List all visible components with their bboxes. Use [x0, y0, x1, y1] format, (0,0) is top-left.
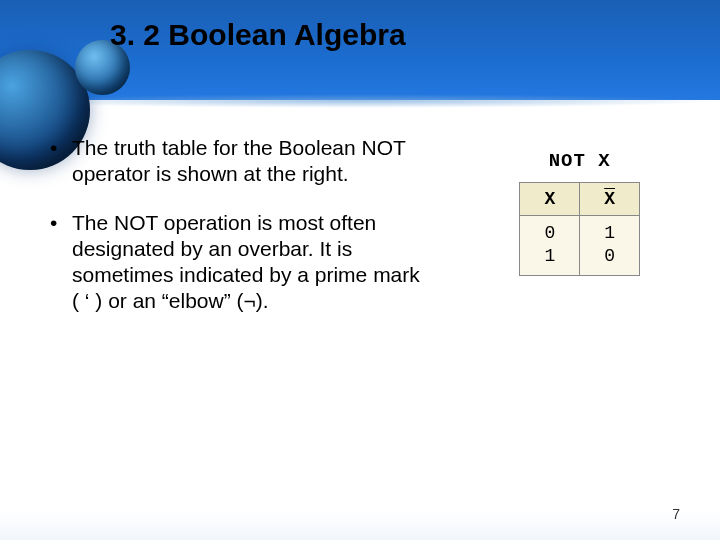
page-number: 7: [672, 506, 680, 522]
truth-table: X X 0 1 1 0: [519, 182, 640, 276]
table-header-row: X X: [520, 183, 640, 216]
slide-title: 3. 2 Boolean Algebra: [110, 18, 406, 52]
bottom-gradient: [0, 510, 720, 540]
cell-xbar-values: 1 0: [580, 216, 640, 276]
cell-value: 0: [604, 246, 615, 266]
bullet-dot-icon: •: [50, 135, 72, 188]
bullet-text: The truth table for the Boolean NOT oper…: [72, 135, 420, 188]
bullet-item: • The NOT operation is most often design…: [50, 210, 420, 315]
caption-variable: X: [598, 150, 610, 172]
cell-value: 0: [544, 223, 555, 243]
bullet-item: • The truth table for the Boolean NOT op…: [50, 135, 420, 188]
caption-prefix: NOT: [549, 150, 586, 172]
bullet-text: The NOT operation is most often designat…: [72, 210, 420, 315]
bullet-dot-icon: •: [50, 210, 72, 315]
header-x-bar: X: [580, 183, 640, 216]
cell-x-values: 0 1: [520, 216, 580, 276]
bullet-list: • The truth table for the Boolean NOT op…: [50, 135, 420, 315]
table-data-row: 0 1 1 0: [520, 216, 640, 276]
truth-table-caption: NOT X: [519, 150, 640, 172]
header-x: X: [520, 183, 580, 216]
overbar-x: X: [604, 189, 615, 209]
cell-value: 1: [604, 223, 615, 243]
truth-table-container: NOT X X X 0 1 1 0: [519, 150, 640, 276]
cell-value: 1: [544, 246, 555, 266]
